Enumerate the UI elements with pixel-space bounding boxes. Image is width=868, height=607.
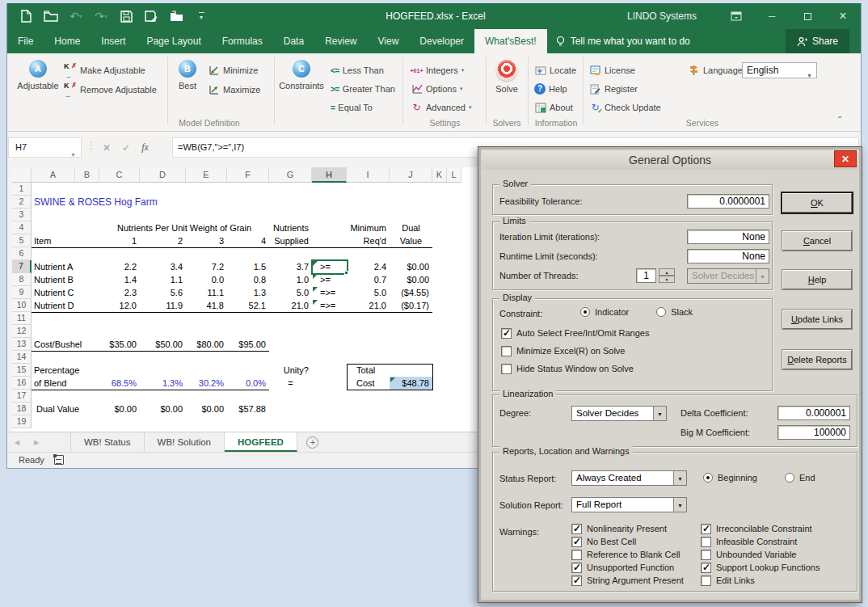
cell-G9[interactable]: 5.0 (269, 286, 312, 299)
threads-input[interactable]: 1 (636, 268, 656, 283)
cell-J10[interactable]: ($0.17) (390, 299, 432, 312)
sheet-nav-right-icon[interactable]: ▶ (27, 432, 46, 452)
solution-report-select[interactable]: Full Report (571, 497, 687, 512)
row-header-2[interactable]: 2 (12, 196, 32, 209)
row-header-3[interactable]: 3 (12, 209, 32, 221)
checkbox-icon[interactable] (571, 524, 582, 534)
selected-cell-outline[interactable] (311, 259, 348, 275)
constraints-button[interactable]: C Constraints (276, 60, 327, 91)
ribbon-tab-insert[interactable]: Insert (91, 29, 136, 53)
checkbox-icon[interactable] (501, 364, 512, 374)
sheet-tab-wb-status[interactable]: WB! Status (70, 432, 145, 452)
cell-D9[interactable]: 5.6 (140, 286, 186, 299)
cell-C5[interactable]: 1 (99, 234, 140, 247)
save-as-icon[interactable] (142, 7, 160, 25)
macro-record-icon[interactable] (54, 455, 64, 465)
collapse-ribbon-icon[interactable]: ⌃ (836, 115, 843, 124)
maximize-objective-button[interactable]: Maximize (208, 82, 260, 97)
cell-I8[interactable]: 0.7 (347, 273, 390, 286)
cell-I5[interactable]: Req'd (347, 234, 390, 247)
cell-G10[interactable]: 21.0 (269, 299, 312, 312)
warning-reference-to-blank-cell[interactable]: Reference to Blank Cell (571, 550, 684, 560)
cell-F10[interactable]: 52.1 (227, 299, 269, 312)
cell-G7[interactable]: 3.7 (269, 260, 312, 273)
threads-spinner[interactable]: ▲▼ (659, 268, 675, 283)
radio-icon[interactable] (785, 473, 794, 483)
cell-D8[interactable]: 1.1 (140, 273, 186, 286)
cell-G16[interactable]: = (269, 377, 312, 390)
license-button[interactable]: License (589, 63, 635, 78)
cell-E18[interactable]: $0.00 (186, 403, 227, 415)
checkbox-icon[interactable] (571, 575, 582, 586)
options-button[interactable]: Options▾ (411, 82, 462, 96)
display-option-auto-select-free-int-omit-ranges[interactable]: Auto Select Free/Int/Omit Ranges (501, 328, 649, 339)
cell-A18[interactable]: Dual Value (32, 403, 75, 415)
row-header-10[interactable]: 10 (12, 299, 32, 312)
row-header-5[interactable]: 5 (12, 234, 32, 247)
cell-D10[interactable]: 11.9 (140, 299, 186, 312)
solve-button[interactable]: Solve (489, 60, 525, 94)
cell-C16[interactable]: 68.5% (99, 377, 140, 390)
cell-J7[interactable]: $0.00 (390, 260, 432, 273)
report-position-radio-beginning[interactable]: Beginning (703, 473, 757, 483)
cell-G4[interactable]: Nutrients (269, 221, 312, 234)
cell-H10[interactable]: =>= (312, 299, 347, 312)
constraint-radio-indicator[interactable]: Indicator (580, 307, 629, 317)
sheet-tab-hogfeed[interactable]: HOGFEED (225, 432, 297, 452)
column-header-b[interactable]: B (75, 167, 99, 183)
cell-A7[interactable]: Nutrient A (32, 260, 75, 273)
radio-icon[interactable] (703, 473, 713, 483)
cell-F8[interactable]: 0.8 (227, 273, 269, 286)
display-option-hide-status-window-on-solve[interactable]: Hide Status Window on Solve (501, 364, 649, 374)
row-header-19[interactable]: 19 (12, 415, 32, 428)
cell-D18[interactable]: $0.00 (140, 403, 186, 415)
equal-to-button[interactable]: = Equal To (331, 100, 373, 115)
ribbon-display-options-icon[interactable] (718, 3, 754, 29)
checkbox-icon[interactable] (571, 563, 582, 573)
cell-E5[interactable]: 3 (186, 234, 227, 247)
feasibility-tolerance-input[interactable]: 0.0000001 (687, 194, 769, 209)
cell-F9[interactable]: 1.3 (227, 286, 269, 299)
radio-icon[interactable] (580, 307, 590, 317)
delete-reports-button[interactable]: Delete Reports (782, 350, 852, 369)
customize-qat-icon[interactable]: ▾ (192, 7, 210, 25)
cell-C4[interactable]: Nutrients Per Unit Weight of Grain (99, 221, 269, 234)
cell-A13[interactable]: Cost/Bushel (32, 338, 75, 351)
tell-me-box[interactable]: Tell me what you want to do (547, 29, 698, 53)
report-position-radio-end[interactable]: End (785, 473, 815, 483)
cell-D13[interactable]: $50.00 (140, 338, 186, 351)
cell-H9[interactable]: =>= (312, 286, 347, 299)
row-header-14[interactable]: 14 (12, 351, 32, 364)
delta-coefficient-input[interactable]: 0.000001 (777, 406, 850, 420)
cell-E10[interactable]: 41.8 (186, 299, 227, 312)
bigm-coefficient-input[interactable]: 100000 (777, 425, 850, 440)
new-sheet-button[interactable]: + (297, 432, 328, 452)
cancel-button[interactable]: Cancel (782, 231, 852, 251)
warning-support-lookup-functions[interactable]: Support Lookup Functions (701, 563, 820, 573)
dropdown-arrow-icon[interactable] (653, 407, 666, 420)
ok-button[interactable]: OK (782, 193, 852, 213)
make-adjustable-button[interactable]: K✗→ Make Adjustable (64, 63, 145, 78)
ribbon-tab-home[interactable]: Home (44, 29, 91, 53)
checkbox-icon[interactable] (501, 346, 512, 356)
display-option-minimize-excel-r-on-solve[interactable]: Minimize Excel(R) on Solve (501, 346, 649, 356)
column-header-j[interactable]: J (390, 167, 432, 183)
cell-E7[interactable]: 7.2 (186, 260, 227, 273)
cell-D5[interactable]: 2 (140, 234, 186, 247)
language-select[interactable]: English▼ (742, 62, 817, 78)
checkbox-icon[interactable] (571, 550, 582, 560)
column-header-f[interactable]: F (227, 167, 269, 183)
insert-function-icon[interactable]: fx (141, 141, 149, 154)
register-button[interactable]: Register (589, 82, 638, 96)
sheet-tab-wb-solution[interactable]: WB! Solution (145, 432, 225, 452)
column-header-k[interactable]: K (432, 167, 447, 183)
cell-E8[interactable]: 0.0 (186, 273, 227, 286)
minimize-objective-button[interactable]: Minimize (208, 63, 258, 78)
cell-G5[interactable]: Supplied (269, 234, 312, 247)
cell-A9[interactable]: Nutrient C (32, 286, 75, 299)
cell-A16[interactable]: of Blend (32, 377, 75, 390)
row-header-6[interactable]: 6 (12, 247, 32, 260)
checkbox-icon[interactable] (571, 537, 582, 547)
cell-A8[interactable]: Nutrient B (32, 273, 75, 286)
column-header-h[interactable]: H (312, 167, 347, 183)
